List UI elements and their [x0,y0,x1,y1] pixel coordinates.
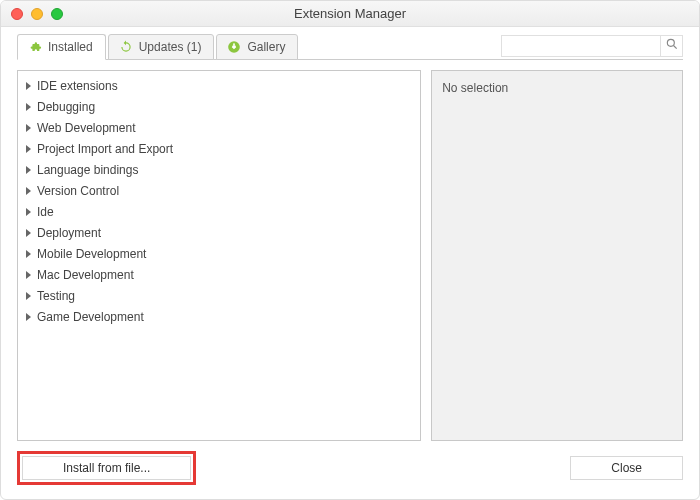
category-item-label: Mobile Development [37,247,146,261]
refresh-icon [119,40,133,54]
category-item[interactable]: Version Control [18,180,420,201]
download-icon [227,40,241,54]
tab-gallery[interactable]: Gallery [216,34,298,60]
tab-gallery-label: Gallery [247,40,285,54]
detail-panel: No selection [431,70,683,441]
category-item-label: Testing [37,289,75,303]
tab-updates[interactable]: Updates (1) [108,34,215,60]
chevron-right-icon [26,271,31,279]
category-item[interactable]: Game Development [18,306,420,327]
search-input[interactable] [501,35,661,57]
category-item[interactable]: Ide [18,201,420,222]
tab-bar: Installed Updates (1) Gallery [17,33,298,59]
chevron-right-icon [26,313,31,321]
content-area: IDE extensionsDebuggingWeb DevelopmentPr… [17,59,683,441]
category-item-label: IDE extensions [37,79,118,93]
extension-manager-window: Extension Manager Installed Updates (1) … [0,0,700,500]
category-item-label: Debugging [37,100,95,114]
chevron-right-icon [26,124,31,132]
chevron-right-icon [26,145,31,153]
category-item-label: Project Import and Export [37,142,173,156]
titlebar: Extension Manager [1,1,699,27]
category-item-label: Web Development [37,121,136,135]
highlight-box: Install from file... [17,451,196,485]
category-item[interactable]: IDE extensions [18,75,420,96]
category-item[interactable]: Deployment [18,222,420,243]
close-button[interactable]: Close [570,456,683,480]
puzzle-icon [28,40,42,54]
svg-point-1 [667,39,674,46]
no-selection-label: No selection [442,81,508,95]
category-item[interactable]: Language bindings [18,159,420,180]
search-icon [665,37,679,55]
search-wrap [501,35,683,57]
category-item-label: Language bindings [37,163,138,177]
category-item[interactable]: Web Development [18,117,420,138]
category-item[interactable]: Project Import and Export [18,138,420,159]
footer: Install from file... Close [1,441,699,499]
category-item[interactable]: Mobile Development [18,243,420,264]
category-list: IDE extensionsDebuggingWeb DevelopmentPr… [18,71,420,331]
install-from-file-button[interactable]: Install from file... [22,456,191,480]
chevron-right-icon [26,229,31,237]
category-item-label: Deployment [37,226,101,240]
chevron-right-icon [26,292,31,300]
chevron-right-icon [26,103,31,111]
category-item-label: Version Control [37,184,119,198]
chevron-right-icon [26,250,31,258]
category-item-label: Game Development [37,310,144,324]
chevron-right-icon [26,82,31,90]
window-title: Extension Manager [1,6,699,21]
tab-updates-label: Updates (1) [139,40,202,54]
search-button[interactable] [661,35,683,57]
chevron-right-icon [26,187,31,195]
category-item[interactable]: Debugging [18,96,420,117]
category-panel: IDE extensionsDebuggingWeb DevelopmentPr… [17,70,421,441]
category-item[interactable]: Mac Development [18,264,420,285]
toolbar: Installed Updates (1) Gallery [1,27,699,59]
svg-line-2 [673,46,676,49]
chevron-right-icon [26,208,31,216]
tab-installed[interactable]: Installed [17,34,106,60]
chevron-right-icon [26,166,31,174]
category-item[interactable]: Testing [18,285,420,306]
tab-installed-label: Installed [48,40,93,54]
category-item-label: Ide [37,205,54,219]
category-item-label: Mac Development [37,268,134,282]
